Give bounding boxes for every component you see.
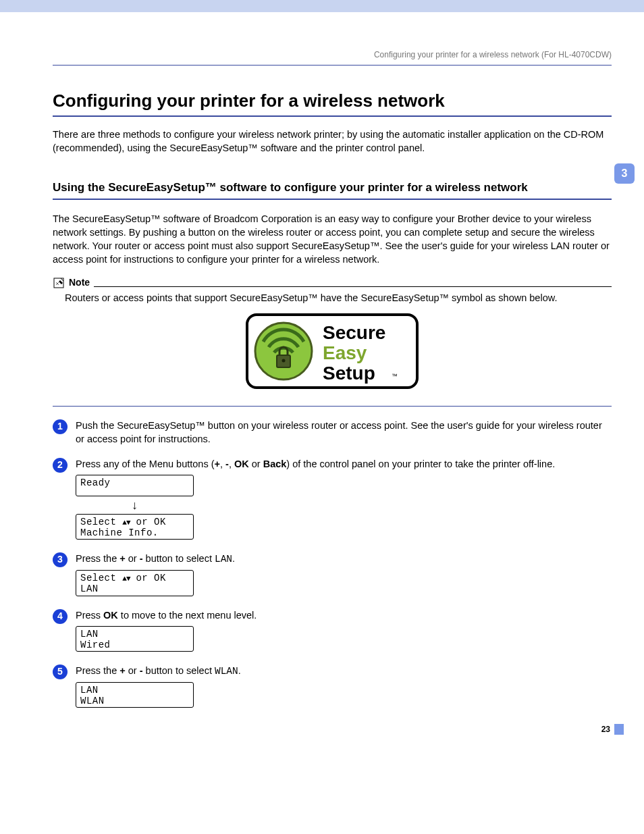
logo-tm: ™ bbox=[392, 373, 398, 380]
h2-rule bbox=[53, 199, 612, 200]
svg-point-2 bbox=[255, 323, 312, 380]
lcd-display: Ready bbox=[76, 475, 194, 496]
step-number: 3 bbox=[53, 552, 68, 567]
step-3: 3 Press the + or - button to select LAN.… bbox=[53, 552, 612, 600]
step-number: 2 bbox=[53, 458, 68, 473]
note-label: Note bbox=[69, 276, 90, 290]
logo-line3: Setup bbox=[323, 363, 375, 384]
svg-point-4 bbox=[282, 359, 286, 362]
h1-rule bbox=[53, 115, 612, 117]
chapter-tab: 3 bbox=[614, 163, 635, 184]
running-head: Configuring your printer for a wireless … bbox=[53, 49, 612, 61]
down-arrow-icon: ↓ bbox=[76, 496, 194, 514]
step-text: Press any of the Menu buttons (+, -, OK … bbox=[76, 457, 612, 471]
note-rule bbox=[94, 286, 612, 287]
note-body: Routers or access points that support Se… bbox=[53, 291, 612, 305]
page-title: Configuring your printer for a wireless … bbox=[53, 88, 612, 113]
logo-line1: Secure bbox=[323, 322, 385, 343]
top-strip bbox=[0, 0, 644, 12]
ses-logo: Secure Easy Setup ™ bbox=[53, 312, 612, 394]
separator-rule bbox=[53, 406, 612, 407]
step-text: Press OK to move to the next menu level. bbox=[76, 608, 612, 622]
updown-icon bbox=[122, 573, 130, 583]
step-number: 1 bbox=[53, 419, 68, 434]
step-1: 1 Push the SecureEasySetup™ button on yo… bbox=[53, 419, 612, 449]
top-rule bbox=[53, 65, 612, 66]
step-2: 2 Press any of the Menu buttons (+, -, O… bbox=[53, 457, 612, 544]
note-header: Note bbox=[53, 276, 612, 290]
section-heading: Using the SecureEasySetup™ software to c… bbox=[53, 180, 612, 196]
step-text: Press the + or - button to select LAN. bbox=[76, 552, 612, 566]
step-text: Push the SecureEasySetup™ button on your… bbox=[76, 419, 612, 446]
updown-icon bbox=[122, 517, 130, 527]
lcd-display: Select or OK LAN bbox=[76, 570, 194, 596]
page: Configuring your printer for a wireless … bbox=[0, 12, 644, 740]
step-number: 5 bbox=[53, 664, 68, 679]
logo-line2: Easy bbox=[323, 342, 367, 363]
page-number: 23 bbox=[601, 724, 614, 735]
page-number-bar bbox=[614, 724, 624, 735]
page-number-tab: 23 bbox=[601, 724, 624, 735]
section-paragraph: The SecureEasySetup™ software of Broadco… bbox=[53, 212, 612, 267]
note-icon bbox=[53, 277, 65, 289]
step-text: Press the + or - button to select WLAN. bbox=[76, 664, 612, 678]
lcd-display: LAN WLAN bbox=[76, 682, 194, 708]
step-5: 5 Press the + or - button to select WLAN… bbox=[53, 664, 612, 712]
step-4: 4 Press OK to move to the next menu leve… bbox=[53, 608, 612, 656]
lcd-display: LAN Wired bbox=[76, 626, 194, 652]
lcd-display: Select or OK Machine Info. bbox=[76, 514, 194, 540]
step-number: 4 bbox=[53, 609, 68, 624]
intro-paragraph: There are three methods to configure you… bbox=[53, 128, 612, 155]
